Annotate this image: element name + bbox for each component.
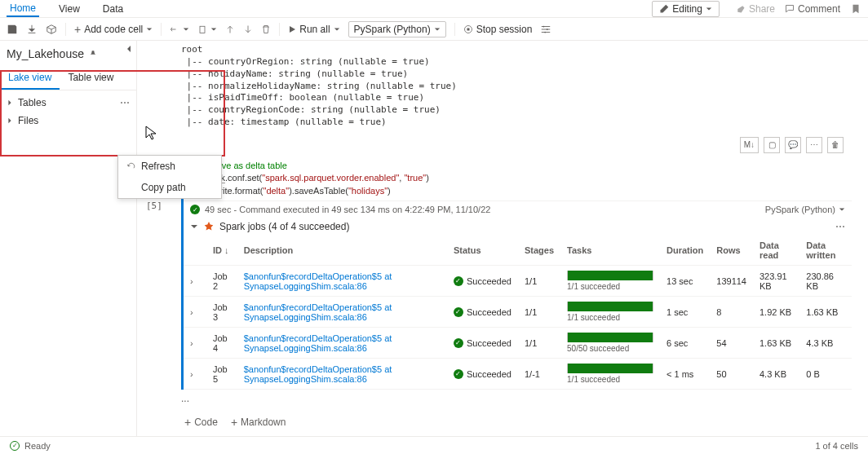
job-tasks: 1/1 succeeded	[560, 359, 660, 390]
settings-variables-icon[interactable]	[540, 24, 551, 35]
clipboard-button[interactable]	[197, 24, 217, 34]
job-desc[interactable]: $anonfun$recordDeltaOperation$5 at Synap…	[237, 359, 447, 390]
svg-rect-2	[467, 28, 469, 30]
chevron-down-icon	[190, 223, 198, 231]
delete-icon[interactable]	[261, 24, 271, 34]
share-icon	[736, 4, 746, 14]
check-icon: ✓	[190, 205, 200, 214]
comment-button[interactable]: Comment	[785, 3, 840, 15]
undo-button[interactable]	[170, 24, 189, 34]
tree-tables-node[interactable]: Tables ⋯	[0, 94, 136, 112]
cell-convert-markdown[interactable]: M↓	[740, 137, 759, 153]
job-id: Job 2	[206, 266, 237, 297]
cell-more-button[interactable]: ⋯	[806, 137, 822, 153]
job-desc[interactable]: $anonfun$recordDeltaOperation$5 at Synap…	[237, 328, 447, 359]
share-button[interactable]: Share	[736, 3, 775, 15]
expand-row[interactable]: ›	[190, 307, 193, 317]
job-duration: < 1 ms	[660, 359, 710, 390]
job-read: 4.3 KB	[753, 359, 799, 390]
download-icon[interactable]	[26, 24, 38, 35]
context-menu-refresh[interactable]: Refresh	[118, 156, 221, 177]
move-up-icon[interactable]	[225, 24, 235, 34]
col-written[interactable]: Data written	[799, 236, 852, 266]
col-rows[interactable]: Rows	[710, 236, 753, 266]
job-status: ✓Succeeded	[454, 307, 512, 317]
tree-files-node[interactable]: Files	[0, 112, 136, 130]
context-menu-copy-path[interactable]: Copy path	[118, 177, 221, 198]
execution-status: ✓ 49 sec - Command executed in 49 sec 13…	[184, 201, 852, 218]
spark-summary-text: Spark jobs (4 of 4 succeeded)	[219, 221, 349, 232]
stop-session-button[interactable]: Stop session	[463, 24, 533, 35]
add-markdown-label: Markdown	[241, 417, 286, 428]
editing-mode-button[interactable]: Editing	[652, 1, 720, 17]
job-read: 1.63 KB	[753, 328, 799, 359]
pin-icon[interactable]	[89, 50, 97, 58]
collapsed-output[interactable]: ...	[181, 390, 852, 408]
lake-view-tab[interactable]: Lake view	[0, 67, 60, 90]
table-view-tab[interactable]: Table view	[60, 67, 122, 90]
notebook-content: root |-- countryOrRegion: string (nullab…	[137, 41, 868, 436]
job-stages: 1/1	[518, 266, 560, 297]
col-duration[interactable]: Duration	[660, 236, 710, 266]
expand-row[interactable]: ›	[190, 276, 193, 286]
table-row[interactable]: › Job 4 $anonfun$recordDeltaOperation$5 …	[184, 328, 852, 359]
job-stages: 1/1	[518, 297, 560, 328]
add-code-cell-button[interactable]: + Add code cell	[74, 23, 153, 36]
svg-point-5	[545, 31, 547, 33]
add-code-button[interactable]: +Code	[184, 416, 218, 429]
tab-home[interactable]: Home	[7, 1, 39, 17]
run-all-label: Run all	[299, 24, 330, 35]
undo-icon	[170, 24, 179, 34]
run-all-button[interactable]: Run all	[288, 24, 339, 35]
cube-icon[interactable]	[46, 24, 57, 35]
editing-label: Editing	[672, 3, 702, 15]
cell-toolbar: M↓ ▢ 💬 ⋯ 🗑	[181, 137, 844, 153]
col-tasks[interactable]: Tasks	[560, 236, 660, 266]
job-read: 1.92 KB	[753, 297, 799, 328]
stop-session-label: Stop session	[476, 24, 533, 35]
col-status[interactable]: Status	[447, 236, 518, 266]
cell-delete-button[interactable]: 🗑	[827, 137, 844, 153]
add-markdown-button[interactable]: +Markdown	[231, 416, 286, 429]
cell-collapse-button[interactable]: ▢	[764, 137, 780, 153]
schema-output: root |-- countryOrRegion: string (nullab…	[181, 44, 852, 129]
ready-icon: ✓	[10, 441, 20, 451]
output-label: [5]	[146, 201, 162, 211]
chevron-down-icon	[146, 26, 153, 33]
bookmark-icon[interactable]	[850, 3, 861, 15]
expand-row[interactable]: ›	[190, 369, 193, 379]
play-icon	[288, 25, 296, 33]
tab-view[interactable]: View	[55, 2, 83, 16]
spark-jobs-summary[interactable]: Spark jobs (4 of 4 succeeded) ⋯	[184, 218, 852, 236]
spark-more-button[interactable]: ⋯	[835, 221, 845, 232]
move-down-icon[interactable]	[243, 24, 253, 34]
language-select[interactable]: PySpark (Python)	[348, 21, 446, 37]
exec-status-text: 49 sec - Command executed in 49 sec 134 …	[205, 205, 490, 214]
col-id[interactable]: ID ↓	[206, 236, 237, 266]
share-label: Share	[749, 3, 775, 15]
expand-row[interactable]: ›	[190, 338, 193, 348]
job-written: 1.63 KB	[799, 297, 852, 328]
col-desc[interactable]: Description	[237, 236, 447, 266]
job-desc[interactable]: $anonfun$recordDeltaOperation$5 at Synap…	[237, 297, 447, 328]
tab-data[interactable]: Data	[100, 2, 126, 16]
chevron-down-icon[interactable]	[839, 206, 845, 213]
chevron-down-icon	[434, 26, 441, 33]
spark-icon	[203, 221, 215, 232]
job-status: ✓Succeeded	[454, 276, 512, 286]
job-desc[interactable]: $anonfun$recordDeltaOperation$5 at Synap…	[237, 266, 447, 297]
code-editor[interactable]: 1 2 3 # Save as delta table spark.conf.s…	[184, 156, 852, 201]
svg-point-3	[543, 25, 545, 27]
table-row[interactable]: › Job 3 $anonfun$recordDeltaOperation$5 …	[184, 297, 852, 328]
tree-files-label: Files	[18, 115, 38, 126]
tree-tables-more[interactable]: ⋯	[120, 97, 130, 108]
status-bar: ✓ Ready 1 of 4 cells	[0, 436, 868, 454]
cell-comment-button[interactable]: 💬	[785, 137, 801, 153]
table-row[interactable]: › Job 2 $anonfun$recordDeltaOperation$5 …	[184, 266, 852, 297]
job-status: ✓Succeeded	[454, 369, 512, 379]
table-row[interactable]: › Job 5 $anonfun$recordDeltaOperation$5 …	[184, 359, 852, 390]
save-icon[interactable]	[7, 24, 18, 35]
col-read[interactable]: Data read	[753, 236, 799, 266]
collapse-sidebar-button[interactable]	[125, 44, 133, 55]
col-stages[interactable]: Stages	[518, 236, 560, 266]
